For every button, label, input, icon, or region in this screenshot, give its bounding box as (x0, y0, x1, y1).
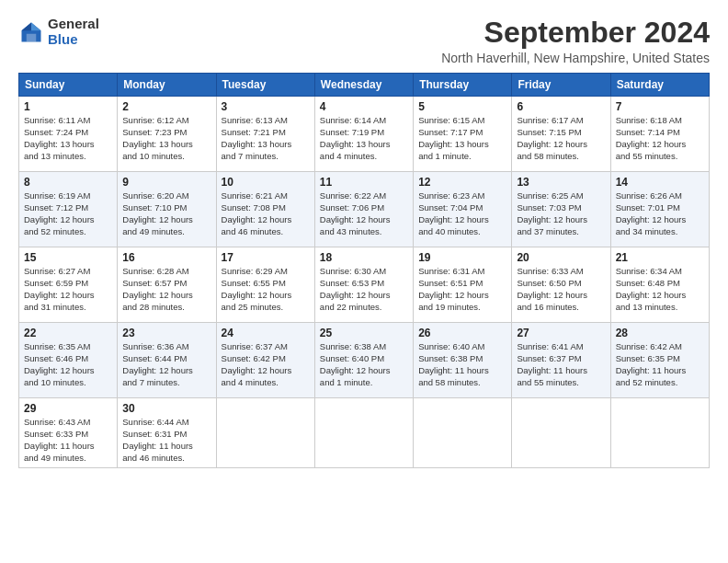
day-info: Sunrise: 6:40 AM Sunset: 6:38 PM Dayligh… (418, 341, 506, 388)
day-info: Sunrise: 6:37 AM Sunset: 6:42 PM Dayligh… (222, 341, 310, 388)
day-number: 27 (517, 327, 605, 339)
calendar-cell: 6Sunrise: 6:17 AM Sunset: 7:15 PM Daylig… (512, 97, 610, 172)
title-block: September 2024 North Haverhill, New Hamp… (441, 17, 710, 65)
calendar-cell: 19Sunrise: 6:31 AM Sunset: 6:51 PM Dayli… (414, 247, 512, 323)
calendar-cell: 15Sunrise: 6:27 AM Sunset: 6:59 PM Dayli… (19, 247, 118, 323)
calendar-week-row: 8Sunrise: 6:19 AM Sunset: 7:12 PM Daylig… (19, 172, 710, 247)
calendar-cell (216, 398, 314, 468)
calendar-cell: 1Sunrise: 6:11 AM Sunset: 7:24 PM Daylig… (19, 97, 118, 172)
day-number: 7 (616, 100, 704, 113)
day-info: Sunrise: 6:21 AM Sunset: 7:08 PM Dayligh… (222, 190, 310, 237)
calendar-cell: 22Sunrise: 6:35 AM Sunset: 6:46 PM Dayli… (19, 323, 118, 398)
day-number: 4 (320, 100, 408, 113)
day-number: 17 (222, 251, 310, 264)
calendar-week-row: 22Sunrise: 6:35 AM Sunset: 6:46 PM Dayli… (19, 323, 710, 398)
calendar-cell: 16Sunrise: 6:28 AM Sunset: 6:57 PM Dayli… (118, 247, 216, 323)
calendar-cell: 25Sunrise: 6:38 AM Sunset: 6:40 PM Dayli… (314, 323, 413, 398)
day-info: Sunrise: 6:26 AM Sunset: 7:01 PM Dayligh… (616, 190, 704, 237)
day-number: 25 (320, 327, 408, 339)
day-info: Sunrise: 6:38 AM Sunset: 6:40 PM Dayligh… (320, 341, 408, 388)
calendar-cell: 2Sunrise: 6:12 AM Sunset: 7:23 PM Daylig… (118, 97, 216, 172)
day-number: 15 (24, 251, 112, 264)
calendar-cell (512, 398, 610, 468)
day-info: Sunrise: 6:44 AM Sunset: 6:31 PM Dayligh… (122, 417, 210, 464)
day-info: Sunrise: 6:33 AM Sunset: 6:50 PM Dayligh… (517, 266, 605, 313)
day-info: Sunrise: 6:17 AM Sunset: 7:15 PM Dayligh… (517, 115, 605, 162)
day-number: 13 (517, 176, 605, 189)
calendar-cell: 20Sunrise: 6:33 AM Sunset: 6:50 PM Dayli… (512, 247, 610, 323)
calendar-week-row: 15Sunrise: 6:27 AM Sunset: 6:59 PM Dayli… (19, 247, 710, 323)
calendar-cell: 23Sunrise: 6:36 AM Sunset: 6:44 PM Dayli… (118, 323, 216, 398)
calendar-cell: 26Sunrise: 6:40 AM Sunset: 6:38 PM Dayli… (414, 323, 512, 398)
logo-icon (18, 19, 44, 45)
day-number: 1 (24, 100, 112, 113)
day-info: Sunrise: 6:36 AM Sunset: 6:44 PM Dayligh… (122, 341, 210, 388)
calendar-cell (314, 398, 413, 468)
day-info: Sunrise: 6:43 AM Sunset: 6:33 PM Dayligh… (24, 417, 112, 464)
day-number: 16 (122, 251, 210, 264)
day-info: Sunrise: 6:15 AM Sunset: 7:17 PM Dayligh… (418, 115, 506, 162)
month-title: September 2024 (441, 17, 710, 49)
day-info: Sunrise: 6:27 AM Sunset: 6:59 PM Dayligh… (24, 266, 112, 313)
calendar-cell: 10Sunrise: 6:21 AM Sunset: 7:08 PM Dayli… (216, 172, 314, 247)
day-number: 23 (122, 327, 210, 339)
calendar-header-friday: Friday (512, 74, 610, 97)
day-info: Sunrise: 6:25 AM Sunset: 7:03 PM Dayligh… (517, 190, 605, 237)
calendar-week-row: 1Sunrise: 6:11 AM Sunset: 7:24 PM Daylig… (19, 97, 710, 172)
svg-rect-3 (27, 33, 37, 41)
day-number: 6 (517, 100, 605, 113)
day-info: Sunrise: 6:31 AM Sunset: 6:51 PM Dayligh… (418, 266, 506, 313)
calendar-header-monday: Monday (118, 74, 216, 97)
day-info: Sunrise: 6:11 AM Sunset: 7:24 PM Dayligh… (24, 115, 112, 162)
day-number: 11 (320, 176, 408, 189)
calendar-cell (414, 398, 512, 468)
day-number: 2 (122, 100, 210, 113)
page: General Blue September 2024 North Haverh… (0, 0, 728, 477)
svg-marker-1 (31, 22, 41, 30)
day-number: 29 (24, 402, 112, 415)
day-info: Sunrise: 6:22 AM Sunset: 7:06 PM Dayligh… (320, 190, 408, 237)
day-number: 21 (616, 251, 704, 264)
day-number: 10 (222, 176, 310, 189)
day-number: 12 (418, 176, 506, 189)
calendar-cell: 30Sunrise: 6:44 AM Sunset: 6:31 PM Dayli… (118, 398, 216, 468)
day-info: Sunrise: 6:30 AM Sunset: 6:53 PM Dayligh… (320, 266, 408, 313)
logo: General Blue (18, 17, 99, 47)
day-info: Sunrise: 6:42 AM Sunset: 6:35 PM Dayligh… (616, 341, 704, 388)
calendar-cell: 24Sunrise: 6:37 AM Sunset: 6:42 PM Dayli… (216, 323, 314, 398)
day-info: Sunrise: 6:23 AM Sunset: 7:04 PM Dayligh… (418, 190, 506, 237)
calendar-cell: 13Sunrise: 6:25 AM Sunset: 7:03 PM Dayli… (512, 172, 610, 247)
day-info: Sunrise: 6:35 AM Sunset: 6:46 PM Dayligh… (24, 341, 112, 388)
calendar-header-sunday: Sunday (19, 74, 118, 97)
calendar-cell: 17Sunrise: 6:29 AM Sunset: 6:55 PM Dayli… (216, 247, 314, 323)
calendar-cell: 3Sunrise: 6:13 AM Sunset: 7:21 PM Daylig… (216, 97, 314, 172)
calendar-cell: 14Sunrise: 6:26 AM Sunset: 7:01 PM Dayli… (610, 172, 709, 247)
day-number: 24 (222, 327, 310, 339)
day-number: 30 (122, 402, 210, 415)
calendar-cell: 27Sunrise: 6:41 AM Sunset: 6:37 PM Dayli… (512, 323, 610, 398)
calendar-cell: 28Sunrise: 6:42 AM Sunset: 6:35 PM Dayli… (610, 323, 709, 398)
calendar-cell: 5Sunrise: 6:15 AM Sunset: 7:17 PM Daylig… (414, 97, 512, 172)
day-info: Sunrise: 6:18 AM Sunset: 7:14 PM Dayligh… (616, 115, 704, 162)
calendar-header-thursday: Thursday (414, 74, 512, 97)
day-info: Sunrise: 6:29 AM Sunset: 6:55 PM Dayligh… (222, 266, 310, 313)
calendar-cell: 4Sunrise: 6:14 AM Sunset: 7:19 PM Daylig… (314, 97, 413, 172)
day-number: 19 (418, 251, 506, 264)
calendar-week-row: 29Sunrise: 6:43 AM Sunset: 6:33 PM Dayli… (19, 398, 710, 468)
calendar-cell: 7Sunrise: 6:18 AM Sunset: 7:14 PM Daylig… (610, 97, 709, 172)
calendar-cell: 21Sunrise: 6:34 AM Sunset: 6:48 PM Dayli… (610, 247, 709, 323)
location: North Haverhill, New Hampshire, United S… (441, 51, 710, 65)
calendar-table: SundayMondayTuesdayWednesdayThursdayFrid… (18, 73, 710, 468)
calendar-cell: 18Sunrise: 6:30 AM Sunset: 6:53 PM Dayli… (314, 247, 413, 323)
svg-marker-2 (22, 22, 32, 30)
day-number: 18 (320, 251, 408, 264)
day-info: Sunrise: 6:13 AM Sunset: 7:21 PM Dayligh… (222, 115, 310, 162)
logo-text: General Blue (48, 17, 99, 47)
day-number: 28 (616, 327, 704, 339)
calendar-header-saturday: Saturday (610, 74, 709, 97)
day-info: Sunrise: 6:19 AM Sunset: 7:12 PM Dayligh… (24, 190, 112, 237)
day-info: Sunrise: 6:41 AM Sunset: 6:37 PM Dayligh… (517, 341, 605, 388)
day-number: 22 (24, 327, 112, 339)
day-info: Sunrise: 6:14 AM Sunset: 7:19 PM Dayligh… (320, 115, 408, 162)
logo-blue-text: Blue (48, 32, 99, 48)
